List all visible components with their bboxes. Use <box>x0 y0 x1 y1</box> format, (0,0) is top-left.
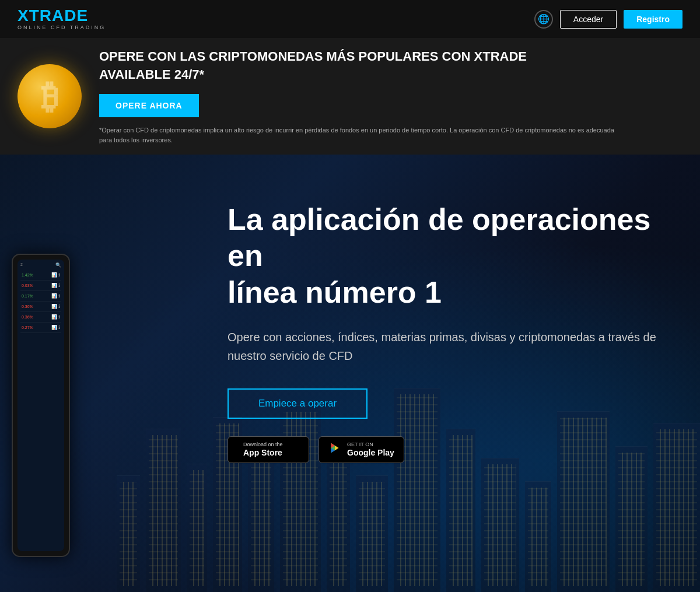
crypto-text-area: OPERE CON LAS CRIPTOMONEDAS MÁS POPULARE… <box>99 48 682 145</box>
building <box>117 475 140 592</box>
building <box>481 458 519 592</box>
phone-screen: 2 🔍 1.42% 📊 ℹ 0.03% 📊 ℹ 0.17% 📊 ℹ <box>18 260 64 551</box>
building <box>248 452 274 592</box>
phone-mockup: 2 🔍 1.42% 📊 ℹ 0.03% 📊 ℹ 0.17% 📊 ℹ <box>0 254 111 592</box>
phone-row: 0.27% 📊 ℹ <box>20 323 61 333</box>
google-play-button[interactable]: GET IT ON Google Play <box>318 436 404 463</box>
navbar: XTRADE ONLINE CFD TRADING 🌐 Acceder Regi… <box>0 0 700 38</box>
logo-subtitle: ONLINE CFD TRADING <box>18 25 106 30</box>
phone-row: 0.36% 📊 ℹ <box>20 312 61 323</box>
svg-marker-3 <box>335 446 338 450</box>
app-store-button[interactable]: Download on the App Store <box>228 436 309 463</box>
hero-content: La aplicación de operaciones en línea nú… <box>204 201 700 463</box>
crypto-banner: ₿ OPERE CON LAS CRIPTOMONEDAS MÁS POPULA… <box>0 38 700 155</box>
coin-visual: ₿ <box>18 64 82 128</box>
phone-body: 2 🔍 1.42% 📊 ℹ 0.03% 📊 ℹ 0.17% 📊 ℹ <box>12 254 70 557</box>
app-store-text: Download on the App Store <box>243 442 283 458</box>
phone-row: 0.03% 📊 ℹ <box>20 281 61 291</box>
opere-ahora-button[interactable]: OPERE AHORA <box>99 94 199 117</box>
phone-top-bar: 2 🔍 <box>20 262 61 268</box>
empiece-operar-button[interactable]: Empiece a operar <box>228 388 368 419</box>
building <box>187 464 207 592</box>
crypto-disclaimer: *Operar con CFD de criptomonedas implica… <box>99 125 624 145</box>
phone-row: 0.36% 📊 ℹ <box>20 302 61 312</box>
store-buttons: Download on the App Store GET IT ON Goog… <box>228 436 677 463</box>
logo: XTRADE ONLINE CFD TRADING <box>18 8 106 30</box>
phone-screen-inner: 2 🔍 1.42% 📊 ℹ 0.03% 📊 ℹ 0.17% 📊 ℹ <box>18 260 64 551</box>
language-icon[interactable]: 🌐 <box>534 10 553 29</box>
registro-button[interactable]: Registro <box>624 10 682 29</box>
crypto-headline: OPERE CON LAS CRIPTOMONEDAS MÁS POPULARE… <box>99 48 682 84</box>
nav-right: 🌐 Acceder Registro <box>534 10 682 29</box>
play-icon <box>328 442 341 458</box>
phone-row: 0.17% 📊 ℹ <box>20 291 61 302</box>
building <box>525 481 551 592</box>
phone-row: 1.42% 📊 ℹ <box>20 270 61 281</box>
hero-title: La aplicación de operaciones en línea nú… <box>228 201 677 310</box>
bitcoin-coin: ₿ <box>18 64 82 128</box>
acceder-button[interactable]: Acceder <box>560 10 617 29</box>
logo-x: X <box>18 6 29 24</box>
building <box>356 475 388 592</box>
google-play-text: GET IT ON Google Play <box>347 442 394 458</box>
hero-section: 2 🔍 1.42% 📊 ℹ 0.03% 📊 ℹ 0.17% 📊 ℹ <box>0 155 700 592</box>
logo-trade: TRADE <box>29 6 88 24</box>
logo-text: XTRADE <box>18 8 106 24</box>
hero-subtitle: Opere con acciones, índices, materias pr… <box>228 328 665 365</box>
building <box>615 446 648 592</box>
building <box>146 429 181 592</box>
